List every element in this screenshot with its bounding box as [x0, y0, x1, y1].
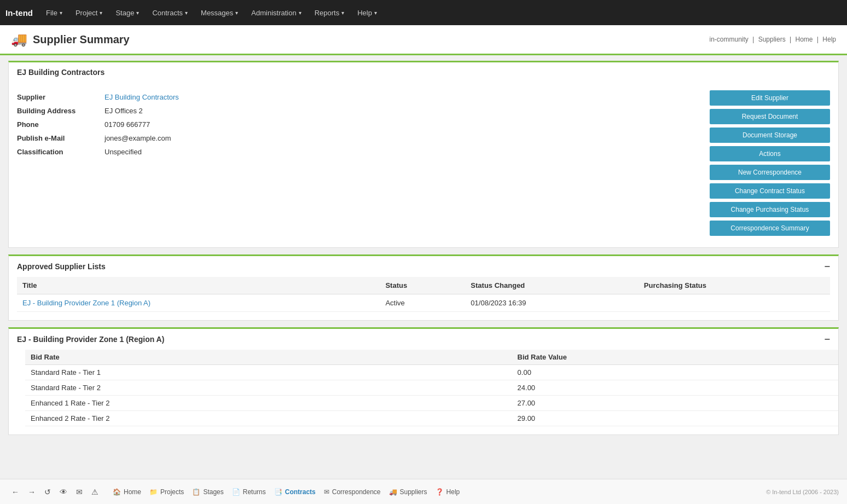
email-label: Publish e-Mail: [17, 134, 105, 142]
supplier-card-header: EJ Building Contractors: [9, 62, 838, 82]
row-title: EJ - Building Provider Zone 1 (Region A): [17, 294, 380, 312]
nav-file[interactable]: File ▾: [40, 0, 68, 25]
nav-administration[interactable]: Administration ▾: [246, 0, 306, 25]
bid-rates-title: EJ - Building Provider Zone 1 (Region A): [17, 335, 164, 344]
main-content: EJ Building Contractors Supplier EJ Buil…: [0, 55, 847, 447]
in-community-link[interactable]: in-community: [710, 36, 749, 43]
approved-supplier-lists-title: Approved Supplier Lists: [17, 262, 106, 271]
col-purchasing-status: Purchasing Status: [639, 277, 830, 294]
table-header-row: Title Status Status Changed Purchasing S…: [17, 277, 830, 294]
supplier-info: Supplier EJ Building Contractors Buildin…: [17, 90, 699, 239]
header-links: in-community | Suppliers | Home | Help: [710, 36, 836, 43]
col-bid-rate-value: Bid Rate Value: [512, 350, 838, 365]
nav-contracts[interactable]: Contracts ▾: [147, 0, 193, 25]
nav-help[interactable]: Help ▾: [352, 0, 382, 25]
bid-rate-name: Enhanced 2 Rate - Tier 2: [25, 411, 512, 426]
classification-row: Classification Unspecified: [17, 145, 699, 159]
request-document-button[interactable]: Request Document: [710, 109, 830, 124]
bid-rate-value: 0.00: [512, 365, 838, 380]
change-purchasing-status-button[interactable]: Change Purchasing Status: [710, 202, 830, 217]
document-storage-button[interactable]: Document Storage: [710, 128, 830, 143]
nav-stage[interactable]: Stage ▾: [110, 0, 144, 25]
approved-supplier-lists-header: Approved Supplier Lists −: [9, 256, 838, 277]
row-purchasing-status: [639, 294, 830, 312]
bid-table-header: Bid Rate Bid Rate Value: [25, 350, 838, 365]
truck-icon: 🚚: [11, 32, 27, 47]
col-title: Title: [17, 277, 380, 294]
page-header: 🚚 Supplier Summary in-community | Suppli…: [0, 25, 847, 55]
col-status-changed: Status Changed: [465, 277, 638, 294]
row-status: Active: [380, 294, 465, 312]
table-row: Enhanced 2 Rate - Tier 2 29.00: [25, 411, 838, 426]
supplier-value: EJ Building Contractors: [105, 93, 179, 101]
phone-row: Phone 01709 666777: [17, 118, 699, 131]
phone-label: Phone: [17, 120, 105, 129]
supplier-card-body: Supplier EJ Building Contractors Buildin…: [9, 82, 838, 247]
help-header-link[interactable]: Help: [822, 36, 836, 43]
brand-logo: In-tend: [5, 8, 33, 18]
supplier-actions: Edit Supplier Request Document Document …: [710, 90, 830, 239]
bid-rate-name: Standard Rate - Tier 1: [25, 365, 512, 380]
supplier-row: Supplier EJ Building Contractors: [17, 90, 699, 104]
collapse-approved-icon[interactable]: −: [824, 262, 830, 271]
table-row: Standard Rate - Tier 1 0.00: [25, 365, 838, 380]
bid-rates-table: Bid Rate Bid Rate Value Standard Rate - …: [25, 350, 838, 426]
classification-label: Classification: [17, 148, 105, 156]
nav-project[interactable]: Project ▾: [70, 0, 108, 25]
nav-messages[interactable]: Messages ▾: [195, 0, 243, 25]
supplier-company-name: EJ Building Contractors: [17, 68, 105, 77]
correspondence-summary-button[interactable]: Correspondence Summary: [710, 221, 830, 236]
page-title: Supplier Summary: [33, 33, 130, 46]
new-correspondence-button[interactable]: New Correspondence: [710, 165, 830, 180]
phone-value: 01709 666777: [105, 120, 150, 129]
nav-reports[interactable]: Reports ▾: [309, 0, 350, 25]
suppliers-link[interactable]: Suppliers: [758, 36, 786, 43]
bid-rates-header: EJ - Building Provider Zone 1 (Region A)…: [9, 329, 838, 350]
table-row: Enhanced 1 Rate - Tier 2 27.00: [25, 396, 838, 411]
email-value: jones@example.com: [105, 134, 171, 142]
classification-value: Unspecified: [105, 148, 142, 156]
footer: ← → ↺ 👁 ✉ ⚠ 🏠 Home 📁 Projects 📋 Stages 📄…: [0, 479, 847, 480]
address-value: EJ Offices 2: [105, 107, 143, 115]
edit-supplier-button[interactable]: Edit Supplier: [710, 90, 830, 106]
approved-supplier-lists-table: Title Status Status Changed Purchasing S…: [17, 277, 830, 312]
bid-rate-name: Standard Rate - Tier 2: [25, 380, 512, 396]
approved-supplier-lists-section: Approved Supplier Lists − Title Status S…: [8, 254, 839, 321]
table-row: EJ - Building Provider Zone 1 (Region A)…: [17, 294, 830, 312]
top-navbar: In-tend File ▾ Project ▾ Stage ▾ Contrac…: [0, 0, 847, 25]
table-row: Standard Rate - Tier 2 24.00: [25, 380, 838, 396]
bid-rate-value: 27.00: [512, 396, 838, 411]
collapse-bid-icon[interactable]: −: [824, 334, 830, 344]
asl-link[interactable]: EJ - Building Provider Zone 1 (Region A): [22, 299, 150, 307]
bid-rate-value: 24.00: [512, 380, 838, 396]
address-label: Building Address: [17, 107, 105, 115]
supplier-label: Supplier: [17, 93, 105, 101]
email-row: Publish e-Mail jones@example.com: [17, 131, 699, 145]
bid-rate-value: 29.00: [512, 411, 838, 426]
supplier-card: EJ Building Contractors Supplier EJ Buil…: [8, 61, 839, 248]
actions-button[interactable]: Actions: [710, 146, 830, 161]
change-contract-status-button[interactable]: Change Contract Status: [710, 183, 830, 199]
bid-rate-name: Enhanced 1 Rate - Tier 2: [25, 396, 512, 411]
bid-rates-body: Bid Rate Bid Rate Value Standard Rate - …: [9, 350, 838, 435]
row-status-changed: 01/08/2023 16:39: [465, 294, 638, 312]
col-bid-rate: Bid Rate: [25, 350, 512, 365]
bid-rates-section: EJ - Building Provider Zone 1 (Region A)…: [8, 327, 839, 435]
address-row: Building Address EJ Offices 2: [17, 104, 699, 118]
supplier-link[interactable]: EJ Building Contractors: [105, 93, 179, 101]
col-status: Status: [380, 277, 465, 294]
home-link[interactable]: Home: [796, 36, 813, 43]
approved-supplier-lists-body: Title Status Status Changed Purchasing S…: [9, 277, 838, 320]
